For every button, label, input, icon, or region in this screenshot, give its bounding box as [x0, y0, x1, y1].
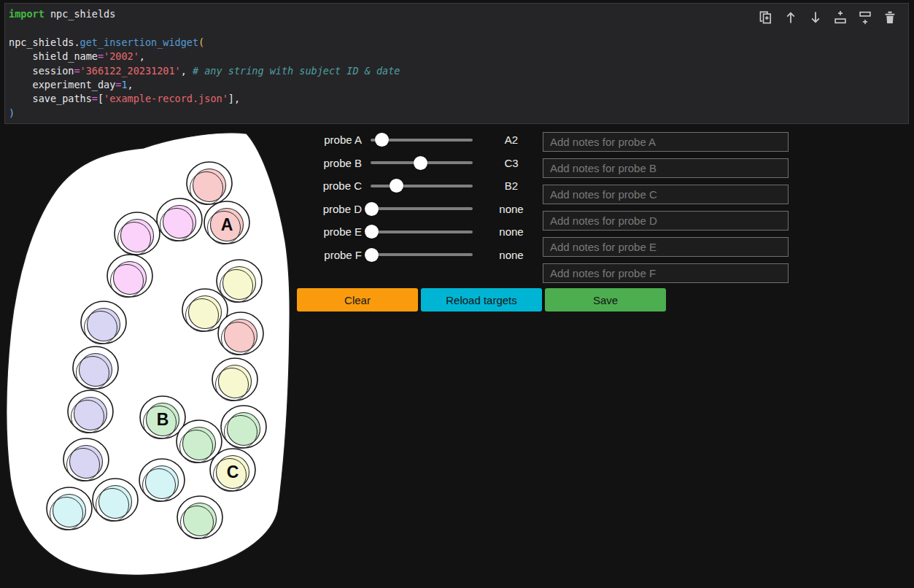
shield-hole[interactable]	[115, 212, 160, 255]
probe-slider-value: none	[473, 249, 550, 261]
slider-handle[interactable]	[390, 179, 403, 193]
code-editor[interactable]: import npc_shields npc_shields.get_inser…	[9, 7, 400, 120]
code-line: import npc_shields	[9, 7, 400, 21]
shield-hole[interactable]	[107, 255, 152, 298]
hole-label: A	[221, 215, 233, 234]
probe-slider-row: probe Fnone	[314, 244, 550, 267]
probe-notes-input[interactable]	[543, 158, 789, 178]
code-line: npc_shields.get_insertion_widget(	[9, 36, 400, 50]
shield-hole[interactable]	[93, 479, 138, 522]
probe-slider-label: probe D	[314, 203, 362, 215]
probe-notes-input[interactable]	[543, 211, 789, 231]
insert-below-icon[interactable]	[857, 9, 873, 26]
probe-notes-input[interactable]	[543, 237, 789, 257]
probe-slider-row: probe Dnone	[314, 198, 550, 221]
probe-slider-label: probe A	[314, 134, 362, 146]
code-cell: import npc_shields npc_shields.get_inser…	[4, 3, 909, 124]
save-button[interactable]: Save	[545, 288, 666, 312]
slider-handle[interactable]	[365, 248, 379, 262]
slider-track[interactable]	[371, 207, 473, 210]
probe-slider[interactable]	[371, 178, 473, 193]
probe-slider-value: none	[473, 225, 550, 238]
probe-slider[interactable]	[371, 132, 473, 147]
delete-cell-icon[interactable]	[882, 9, 898, 26]
shield-hole[interactable]	[212, 358, 257, 401]
probe-notes	[543, 132, 789, 290]
probe-slider[interactable]	[371, 201, 473, 217]
code-line: experiment_day=1,	[9, 78, 400, 92]
probe-notes-input[interactable]	[543, 132, 789, 152]
shield-hole[interactable]	[187, 162, 232, 205]
probe-notes-input[interactable]	[543, 263, 789, 283]
probe-slider-label: probe E	[314, 225, 362, 238]
probe-slider[interactable]	[371, 247, 473, 263]
code-line: session='366122_20231201', # any string …	[9, 64, 400, 78]
shield-hole[interactable]	[217, 260, 262, 303]
shield-diagram: ABC	[0, 124, 306, 588]
insert-above-icon[interactable]	[832, 9, 848, 26]
slider-handle[interactable]	[365, 225, 379, 239]
shield-hole[interactable]	[177, 496, 222, 539]
cell-toolbar	[758, 9, 898, 26]
clear-button[interactable]: Clear	[297, 288, 418, 312]
move-down-icon[interactable]	[808, 9, 824, 26]
code-line	[9, 21, 400, 35]
slider-track[interactable]	[371, 231, 473, 233]
shield-hole[interactable]	[81, 301, 126, 344]
probe-sliders: probe AA2probe BC3probe CB2probe Dnonepr…	[314, 128, 550, 266]
slider-handle[interactable]	[414, 156, 427, 170]
shield-hole[interactable]	[68, 390, 113, 433]
probe-slider-label: probe F	[314, 249, 362, 261]
slider-track[interactable]	[371, 185, 473, 187]
slider-handle[interactable]	[365, 202, 379, 216]
probe-slider-value: A2	[473, 134, 550, 146]
move-up-icon[interactable]	[783, 9, 799, 26]
probe-slider-label: probe C	[314, 179, 362, 192]
hole-label: C	[227, 463, 239, 481]
shield-hole-C[interactable]: C	[210, 449, 255, 492]
probe-slider[interactable]	[371, 155, 473, 171]
copy-cell-icon[interactable]	[758, 9, 774, 26]
shield-hole[interactable]	[218, 312, 263, 355]
probe-slider-row: probe Enone	[314, 220, 550, 244]
slider-track[interactable]	[371, 253, 473, 256]
probe-slider-value: none	[473, 203, 550, 215]
probe-slider-value: B2	[473, 179, 550, 192]
shield-hole[interactable]	[157, 198, 202, 241]
shield-hole[interactable]	[221, 406, 266, 449]
shield-hole[interactable]	[47, 487, 92, 530]
code-line: )	[9, 107, 400, 120]
probe-slider[interactable]	[371, 224, 473, 239]
probe-slider-row: probe CB2	[314, 174, 550, 198]
shield-hole[interactable]	[139, 459, 185, 502]
probe-slider-row: probe BC3	[314, 152, 550, 175]
probe-slider-label: probe B	[314, 157, 362, 169]
probe-slider-row: probe AA2	[314, 128, 550, 152]
probe-notes-input[interactable]	[543, 185, 789, 204]
reload-targets-button[interactable]: Reload targets	[421, 288, 542, 312]
shield-hole[interactable]	[63, 438, 109, 481]
action-buttons: ClearReload targetsSave	[297, 288, 666, 312]
code-line: shield_name='2002',	[9, 50, 400, 63]
hole-label: B	[157, 410, 169, 429]
code-line: save_paths=['example-record.json'],	[9, 92, 400, 106]
shield-hole-A[interactable]: A	[204, 201, 249, 244]
probe-slider-value: C3	[473, 157, 550, 169]
shield-hole[interactable]	[73, 347, 118, 390]
slider-handle[interactable]	[375, 133, 389, 147]
